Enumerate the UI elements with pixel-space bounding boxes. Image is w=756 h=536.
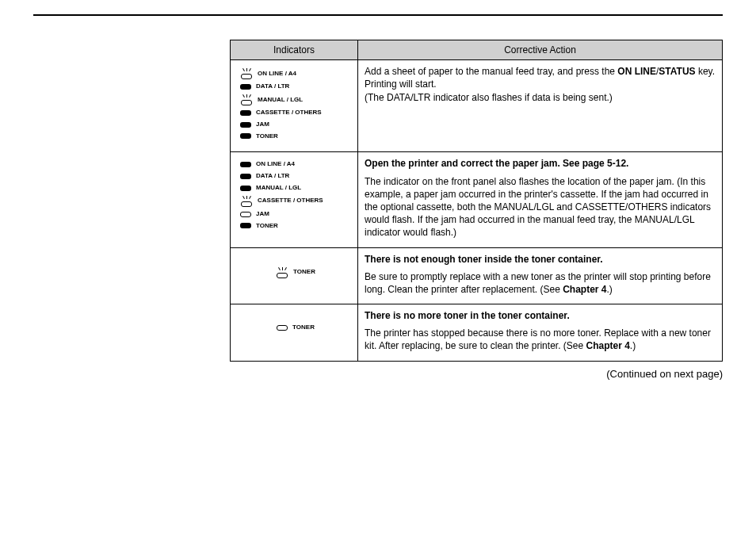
action-bold: Chapter 4 bbox=[586, 340, 630, 351]
indicator-data: DATA / LTR bbox=[240, 82, 351, 91]
indicator-toner: TONER bbox=[240, 132, 351, 141]
led-solid-icon bbox=[240, 174, 251, 179]
led-solid-icon bbox=[240, 122, 251, 128]
indicator-cassette: CASSETTE / OTHERS bbox=[240, 109, 351, 117]
table-row: ON LINE / A4 DATA / LTR MANUAL / LGL bbox=[231, 60, 723, 152]
action-text: Add a sheet of paper to the manual feed … bbox=[365, 66, 617, 77]
led-solid-icon bbox=[240, 110, 251, 116]
indicator-label: CASSETTE / OTHERS bbox=[258, 197, 323, 205]
action-body: The printer has stopped because there is… bbox=[365, 327, 711, 351]
led-solid-icon bbox=[240, 162, 251, 167]
action-note: (The DATA/LTR indicator also flashes if … bbox=[365, 92, 613, 103]
indicator-label: TONER bbox=[292, 324, 315, 332]
content-area: Indicators Corrective Action ON LINE / A… bbox=[230, 40, 723, 380]
indicator-label: JAM bbox=[256, 121, 269, 129]
indicators-cell: TONER bbox=[231, 247, 358, 304]
indicator-label: ON LINE / A4 bbox=[258, 70, 296, 78]
indicator-online: ON LINE / A4 bbox=[240, 160, 351, 169]
action-cell: Add a sheet of paper to the manual feed … bbox=[358, 60, 723, 152]
action-bold: Chapter 4 bbox=[563, 284, 606, 295]
led-flash-icon bbox=[276, 267, 288, 278]
continued-note: (Continued on next page) bbox=[230, 368, 723, 380]
indicator-manual: MANUAL / LGL bbox=[240, 94, 351, 105]
indicator-label: TONER bbox=[256, 132, 278, 141]
indicator-label: ON LINE / A4 bbox=[256, 160, 295, 169]
action-body: .) bbox=[630, 340, 636, 351]
action-cell: Open the printer and correct the paper j… bbox=[358, 152, 723, 247]
indicator-label: TONER bbox=[256, 222, 278, 231]
action-title: Open the printer and correct the paper j… bbox=[365, 157, 716, 170]
indicator-toner: TONER bbox=[240, 267, 351, 278]
table-row: TONER There is no more toner in the tone… bbox=[231, 304, 723, 362]
led-flash-icon bbox=[240, 68, 253, 79]
indicator-data: DATA / LTR bbox=[240, 172, 351, 181]
action-body: .) bbox=[607, 284, 613, 295]
indicator-manual: MANUAL / LGL bbox=[240, 184, 351, 193]
led-solid-icon bbox=[240, 84, 251, 90]
indicator-jam: JAM bbox=[240, 210, 351, 219]
header-action: Corrective Action bbox=[358, 40, 723, 60]
led-solid-icon bbox=[240, 223, 251, 228]
led-solid-icon bbox=[240, 133, 251, 139]
led-on-icon bbox=[240, 212, 251, 217]
indicator-jam: JAM bbox=[240, 121, 351, 129]
indicators-cell: ON LINE / A4 DATA / LTR MANUAL / LGL bbox=[231, 152, 358, 247]
led-flash-icon bbox=[240, 94, 253, 105]
indicator-toner: TONER bbox=[240, 324, 351, 332]
indicator-table: Indicators Corrective Action ON LINE / A… bbox=[230, 40, 723, 362]
action-bold: STATUS bbox=[659, 66, 695, 77]
led-flash-icon bbox=[240, 196, 253, 207]
led-solid-icon bbox=[240, 186, 251, 191]
indicator-label: MANUAL / LGL bbox=[256, 184, 301, 193]
action-cell: There is no more toner in the toner cont… bbox=[358, 304, 723, 362]
page: Indicators Corrective Action ON LINE / A… bbox=[0, 0, 756, 536]
indicator-label: CASSETTE / OTHERS bbox=[256, 109, 322, 117]
action-cell: There is not enough toner inside the ton… bbox=[358, 247, 723, 304]
indicator-label: MANUAL / LGL bbox=[258, 96, 303, 105]
indicator-online: ON LINE / A4 bbox=[240, 68, 351, 79]
indicator-cassette: CASSETTE / OTHERS bbox=[240, 196, 351, 207]
indicators-cell: ON LINE / A4 DATA / LTR MANUAL / LGL bbox=[231, 60, 358, 152]
indicator-label: DATA / LTR bbox=[256, 172, 289, 181]
table-header-row: Indicators Corrective Action bbox=[231, 40, 723, 60]
indicator-list: ON LINE / A4 DATA / LTR MANUAL / LGL bbox=[237, 160, 351, 230]
action-body: The indicator on the front panel also fl… bbox=[365, 175, 716, 239]
led-on-icon bbox=[277, 325, 288, 331]
page-top-rule bbox=[33, 14, 723, 16]
action-body: Be sure to promptly replace with a new t… bbox=[365, 271, 711, 295]
indicator-list: TONER bbox=[237, 267, 351, 278]
indicator-toner: TONER bbox=[240, 222, 351, 231]
action-bold: ON LINE bbox=[617, 66, 656, 77]
indicator-label: DATA / LTR bbox=[256, 82, 289, 91]
indicator-label: JAM bbox=[256, 210, 269, 219]
indicator-label: TONER bbox=[293, 268, 315, 277]
table-row: ON LINE / A4 DATA / LTR MANUAL / LGL bbox=[231, 152, 723, 247]
table-row: TONER There is not enough toner inside t… bbox=[231, 247, 723, 304]
indicators-cell: TONER bbox=[231, 304, 358, 362]
indicator-list: ON LINE / A4 DATA / LTR MANUAL / LGL bbox=[237, 68, 351, 140]
action-title: There is no more toner in the toner cont… bbox=[365, 309, 716, 322]
action-title: There is not enough toner inside the ton… bbox=[365, 253, 716, 266]
header-indicators: Indicators bbox=[231, 40, 358, 60]
indicator-list: TONER bbox=[237, 324, 351, 332]
